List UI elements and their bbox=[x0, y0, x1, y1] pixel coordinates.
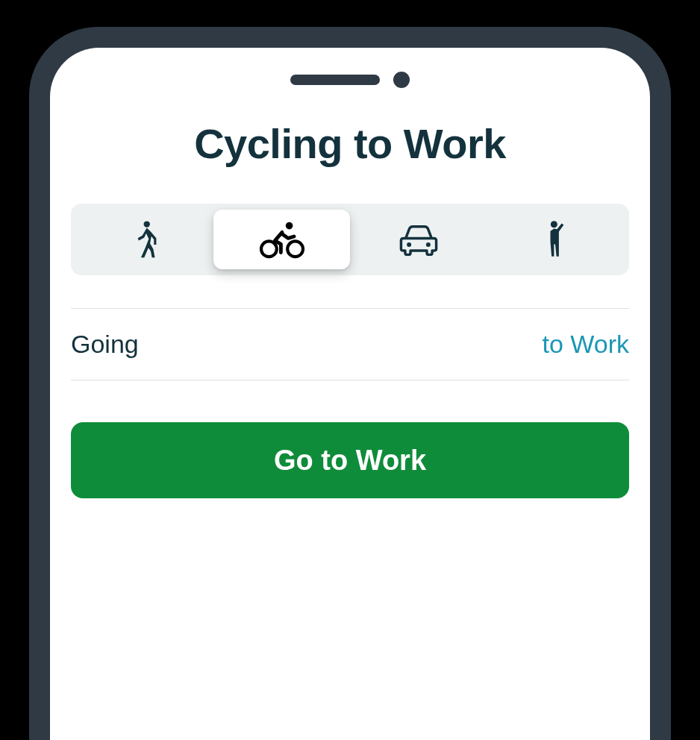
phone-frame: Cycling to Work bbox=[29, 27, 671, 740]
tab-rideshare[interactable] bbox=[487, 210, 623, 269]
walking-icon bbox=[130, 220, 161, 259]
tab-walking[interactable] bbox=[77, 210, 213, 269]
svg-point-2 bbox=[287, 241, 303, 257]
tab-car[interactable] bbox=[350, 210, 487, 269]
device-notch bbox=[71, 72, 629, 88]
svg-point-5 bbox=[407, 242, 411, 247]
transport-mode-tabs bbox=[71, 204, 629, 275]
svg-point-3 bbox=[285, 222, 293, 230]
speaker-slot bbox=[290, 75, 380, 85]
camera-dot bbox=[393, 72, 410, 88]
svg-point-0 bbox=[143, 221, 149, 227]
svg-point-6 bbox=[425, 242, 430, 247]
car-icon bbox=[399, 223, 439, 256]
go-to-work-button[interactable]: Go to Work bbox=[71, 422, 629, 498]
destination-row[interactable]: Going to Work bbox=[71, 308, 629, 380]
svg-point-7 bbox=[550, 221, 557, 228]
destination-label: Going bbox=[71, 330, 139, 359]
tab-cycling[interactable] bbox=[213, 210, 350, 269]
svg-point-1 bbox=[261, 241, 277, 257]
phone-screen: Cycling to Work bbox=[50, 48, 650, 740]
destination-value[interactable]: to Work bbox=[542, 330, 629, 359]
waving-person-icon bbox=[542, 220, 569, 259]
cycling-icon bbox=[258, 220, 306, 259]
page-title: Cycling to Work bbox=[71, 119, 629, 168]
